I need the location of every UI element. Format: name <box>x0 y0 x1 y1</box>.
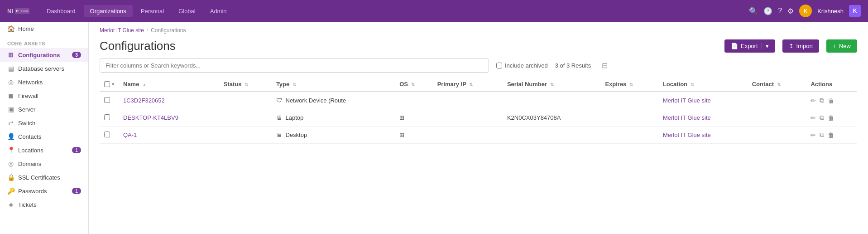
nav-organizations[interactable]: Organizations <box>84 5 133 17</box>
export-caret-icon[interactable]: ▾ <box>762 43 769 49</box>
breadcrumb: Merlot IT Glue site / Configurations <box>89 22 868 34</box>
row3-location-link[interactable]: Merlot IT Glue site <box>663 132 711 138</box>
row1-edit-icon[interactable]: ✏ <box>810 97 816 104</box>
row3-checkbox[interactable] <box>104 132 110 137</box>
th-os-sort[interactable]: ⇅ <box>411 82 415 87</box>
sidebar-networks-label: Networks <box>18 79 43 86</box>
th-primary-ip[interactable]: Primary IP ⇅ <box>433 77 503 92</box>
sidebar-item-home[interactable]: 🏠 Home <box>0 22 88 35</box>
th-location-sort[interactable]: ⇅ <box>691 82 694 87</box>
th-status-sort[interactable]: ⇅ <box>245 82 248 87</box>
row2-delete-icon[interactable]: 🗑 <box>828 114 834 122</box>
user-initial-box[interactable]: K <box>849 5 861 17</box>
layout: 🏠 Home Core Assets ⊞ Configurations 3 ▤ … <box>0 22 868 234</box>
th-expires-sort[interactable]: ⇅ <box>629 82 633 87</box>
sidebar-item-firewall[interactable]: ◼ Firewall <box>0 89 88 102</box>
th-serial-number[interactable]: Serial Number ⇅ <box>503 77 600 92</box>
export-button[interactable]: 📄 Export ▾ <box>724 39 775 53</box>
th-type[interactable]: Type ⇅ <box>272 77 395 92</box>
row2-primary-ip-cell <box>433 109 503 127</box>
settings-icon[interactable]: ⚙ <box>787 7 794 15</box>
th-contact-sort[interactable]: ⇅ <box>777 82 781 87</box>
th-location[interactable]: Location ⇅ <box>658 77 748 92</box>
row1-expires-cell <box>600 92 658 109</box>
row2-status-cell <box>219 109 272 127</box>
row3-name-link[interactable]: QA-1 <box>123 132 137 138</box>
sidebar-item-configurations[interactable]: ⊞ Configurations 3 <box>0 48 88 62</box>
results-count: 3 of 3 Results <box>555 62 591 69</box>
database-icon: ▤ <box>7 65 14 72</box>
nav-global[interactable]: Global <box>172 5 202 17</box>
th-serial-number-sort[interactable]: ⇅ <box>550 82 554 87</box>
select-all-checkbox[interactable] <box>104 81 110 87</box>
th-expires[interactable]: Expires ⇅ <box>600 77 658 92</box>
sidebar-configurations-label: Configurations <box>18 52 60 58</box>
sidebar-passwords-label: Passwords <box>18 188 47 195</box>
row1-copy-icon[interactable]: ⧉ <box>820 97 824 104</box>
th-name[interactable]: Name ▲ <box>119 77 219 92</box>
row2-checkbox[interactable] <box>104 114 110 120</box>
row3-type-icon: 🖥 <box>276 132 282 138</box>
th-name-sort[interactable]: ▲ <box>142 82 147 87</box>
row1-checkbox[interactable] <box>104 97 110 103</box>
nav-personal[interactable]: Personal <box>134 5 170 17</box>
row2-edit-icon[interactable]: ✏ <box>810 114 816 122</box>
logo[interactable]: NI IT Glue <box>7 5 29 16</box>
row2-name-cell: DESKTOP-KT4LBV9 <box>119 109 219 127</box>
th-primary-ip-sort[interactable]: ⇅ <box>469 82 473 87</box>
sidebar-item-passwords[interactable]: 🔑 Passwords 1 <box>0 184 88 198</box>
th-contact[interactable]: Contact ⇅ <box>748 77 806 92</box>
column-toggle-icon[interactable]: ⊟ <box>602 61 608 70</box>
sidebar-item-switch[interactable]: ⇄ Switch <box>0 116 88 130</box>
new-button[interactable]: + New <box>826 39 857 53</box>
sidebar-item-tickets[interactable]: ◈ Tickets <box>0 198 88 211</box>
row3-copy-icon[interactable]: ⧉ <box>820 131 824 139</box>
locations-badge: 1 <box>72 147 81 153</box>
row2-copy-icon[interactable]: ⧉ <box>820 114 824 122</box>
nav-admin[interactable]: Admin <box>204 5 233 17</box>
history-icon[interactable]: 🕐 <box>763 7 772 15</box>
sidebar-item-ssl-certificates[interactable]: 🔒 SSL Certificates <box>0 171 88 184</box>
user-name[interactable]: Krishnesh <box>817 8 844 15</box>
th-type-sort[interactable]: ⇅ <box>293 82 296 87</box>
row2-name-link[interactable]: DESKTOP-KT4LBV9 <box>123 114 178 121</box>
sidebar-item-locations[interactable]: 📍 Locations 1 <box>0 143 88 157</box>
row2-contact-cell <box>748 109 806 127</box>
row1-delete-icon[interactable]: 🗑 <box>828 97 834 104</box>
sidebar-item-contacts[interactable]: 👤 Contacts <box>0 130 88 143</box>
include-archived-label[interactable]: Include archived <box>496 62 548 69</box>
search-icon[interactable]: 🔍 <box>749 7 758 15</box>
row3-delete-icon[interactable]: 🗑 <box>828 132 834 139</box>
switch-icon: ⇄ <box>7 119 14 127</box>
row2-location-link[interactable]: Merlot IT Glue site <box>663 114 711 121</box>
th-status[interactable]: Status ⇅ <box>219 77 272 92</box>
row1-location-link[interactable]: Merlot IT Glue site <box>663 97 711 104</box>
select-all-chevron[interactable]: ▾ <box>112 82 114 87</box>
search-input[interactable] <box>100 58 489 73</box>
user-avatar[interactable]: K <box>799 5 812 17</box>
home-icon: 🏠 <box>7 25 14 32</box>
sidebar-database-label: Database servers <box>18 65 64 72</box>
row2-location-cell: Merlot IT Glue site <box>658 109 748 127</box>
row2-type-label: Laptop <box>286 114 304 121</box>
sidebar-item-networks[interactable]: ◎ Networks <box>0 75 88 89</box>
th-os[interactable]: OS ⇅ <box>395 77 432 92</box>
sidebar-item-database-servers[interactable]: ▤ Database servers <box>0 62 88 75</box>
server-icon: ▣ <box>7 106 14 113</box>
th-select-all[interactable]: ▾ <box>100 77 119 92</box>
sidebar-item-server[interactable]: ▣ Server <box>0 102 88 116</box>
row3-edit-icon[interactable]: ✏ <box>810 132 816 139</box>
row3-os-icon: ⊞ <box>399 132 404 138</box>
logo-ni-prefix: NI <box>7 8 13 15</box>
import-button[interactable]: ↥ Import <box>782 39 820 53</box>
passwords-badge: 1 <box>72 188 81 194</box>
breadcrumb-link[interactable]: Merlot IT Glue site <box>100 27 144 34</box>
row1-name-link[interactable]: 1C3D2F320652 <box>123 97 165 104</box>
th-name-label: Name <box>123 81 139 88</box>
nav-dashboard[interactable]: Dashboard <box>40 5 82 17</box>
sidebar-item-domains[interactable]: ◎ Domains <box>0 157 88 171</box>
passwords-icon: 🔑 <box>7 187 14 195</box>
new-label: New <box>839 43 851 49</box>
include-archived-checkbox[interactable] <box>496 63 502 68</box>
help-icon[interactable]: ? <box>778 7 782 15</box>
